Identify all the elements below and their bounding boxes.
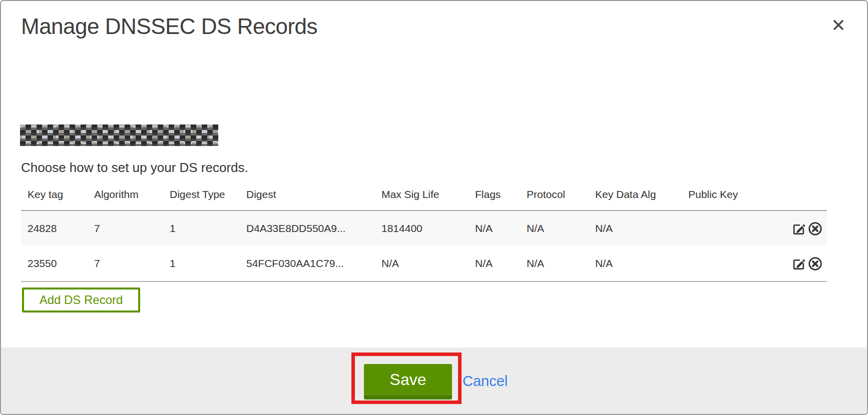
- column-header-protocol: Protocol: [527, 188, 595, 200]
- cell-key-data-alg: N/A: [595, 222, 688, 234]
- cell-protocol: N/A: [527, 258, 595, 270]
- save-button[interactable]: Save: [364, 364, 452, 400]
- column-header-digest-type: Digest Type: [170, 188, 246, 200]
- close-button[interactable]: [831, 18, 846, 32]
- circle-x-delete-icon: [808, 222, 822, 236]
- edit-record-button[interactable]: [790, 220, 806, 236]
- add-ds-record-button[interactable]: Add DS Record: [22, 288, 140, 312]
- cell-key-tag: 24828: [28, 222, 94, 234]
- cell-algorithm: 7: [94, 222, 170, 234]
- column-header-key-tag: Key tag: [28, 188, 94, 200]
- column-header-max-sig-life: Max Sig Life: [381, 188, 475, 200]
- cell-algorithm: 7: [94, 258, 170, 270]
- cell-flags: N/A: [475, 258, 527, 270]
- instruction-text: Choose how to set up your DS records.: [21, 160, 248, 176]
- table-header-row: Key tag Algorithm Digest Type Digest Max…: [21, 186, 827, 203]
- cell-digest-type: 1: [170, 258, 246, 270]
- cell-key-data-alg: N/A: [595, 258, 688, 270]
- cell-digest: 54FCF030AA1C79...: [246, 258, 381, 270]
- cell-key-tag: 23550: [28, 258, 94, 270]
- domain-name-redacted: [20, 124, 218, 146]
- manage-dnssec-ds-records-dialog: Manage DNSSEC DS Records Choose how to s…: [0, 0, 868, 415]
- column-header-digest: Digest: [246, 188, 381, 200]
- table-row: 24828 7 1 D4A33E8DD550A9... 1814400 N/A …: [21, 211, 827, 246]
- cell-digest: D4A33E8DD550A9...: [246, 222, 381, 234]
- column-header-algorithm: Algorithm: [94, 188, 170, 200]
- cancel-link[interactable]: Cancel: [463, 373, 508, 390]
- ds-records-table: Key tag Algorithm Digest Type Digest Max…: [21, 186, 827, 282]
- column-header-key-data-alg: Key Data Alg: [595, 188, 688, 200]
- dialog-footer: Save Cancel: [1, 348, 867, 414]
- cell-max-sig-life: N/A: [381, 258, 475, 270]
- delete-record-button[interactable]: [807, 220, 823, 236]
- cell-protocol: N/A: [527, 222, 595, 234]
- table-row: 23550 7 1 54FCF030AA1C79... N/A N/A N/A …: [21, 246, 827, 281]
- close-icon: [832, 19, 844, 31]
- dialog-title: Manage DNSSEC DS Records: [21, 14, 317, 39]
- cell-actions: [773, 220, 827, 236]
- edit-icon: [791, 222, 806, 236]
- cell-digest-type: 1: [170, 222, 246, 234]
- delete-record-button[interactable]: [807, 256, 823, 272]
- column-header-public-key: Public Key: [688, 188, 773, 200]
- cell-actions: [773, 256, 827, 272]
- cell-flags: N/A: [475, 222, 527, 234]
- edit-record-button[interactable]: [790, 256, 806, 272]
- cell-max-sig-life: 1814400: [381, 222, 475, 234]
- circle-x-delete-icon: [808, 256, 822, 271]
- column-header-flags: Flags: [475, 188, 527, 200]
- edit-icon: [791, 256, 806, 271]
- table-body: 24828 7 1 D4A33E8DD550A9... 1814400 N/A …: [21, 210, 827, 282]
